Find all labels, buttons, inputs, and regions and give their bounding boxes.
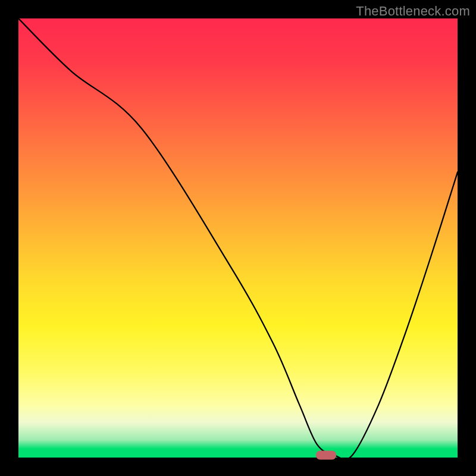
bottleneck-curve <box>18 18 458 458</box>
optimal-marker <box>316 451 336 460</box>
chart-container: TheBottleneck.com <box>0 0 476 476</box>
plot-area <box>18 18 458 458</box>
watermark-text: TheBottleneck.com <box>356 4 470 19</box>
